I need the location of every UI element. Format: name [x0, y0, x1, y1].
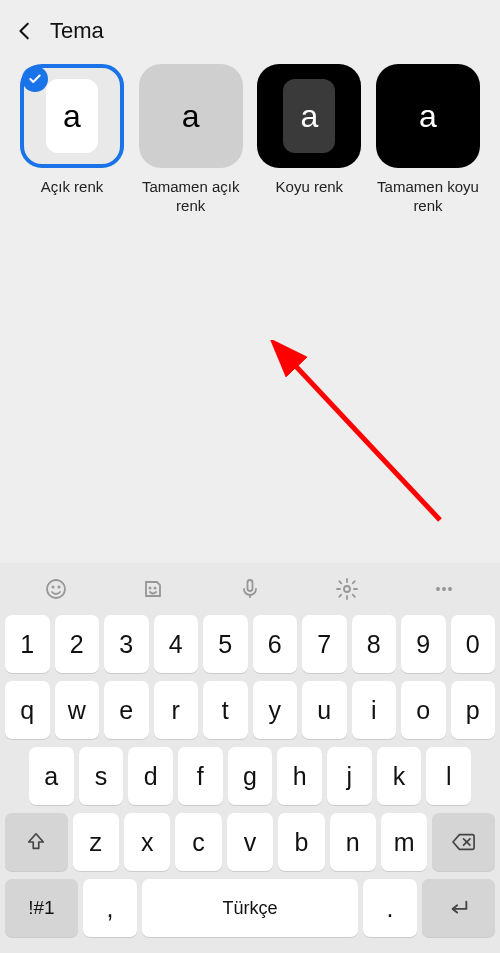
theme-option-light[interactable]: a Açık renk: [18, 64, 126, 216]
enter-key[interactable]: [422, 879, 495, 937]
svg-point-9: [436, 587, 440, 591]
more-icon[interactable]: [424, 569, 464, 609]
keyboard-row-2: a s d f g h j k l: [5, 747, 495, 805]
key-b[interactable]: b: [278, 813, 324, 871]
annotation-arrow-icon: [270, 340, 470, 540]
svg-rect-6: [247, 580, 252, 591]
key-9[interactable]: 9: [401, 615, 446, 673]
emoji-icon[interactable]: [36, 569, 76, 609]
key-n[interactable]: n: [330, 813, 376, 871]
dot-key[interactable]: .: [363, 879, 417, 937]
swatch-letter: a: [419, 98, 437, 135]
mic-icon[interactable]: [230, 569, 270, 609]
theme-label: Koyu renk: [276, 178, 344, 216]
theme-option-all-dark[interactable]: a Tamamen koyu renk: [374, 64, 482, 216]
key-1[interactable]: 1: [5, 615, 50, 673]
keyboard-row-1: q w e r t y u i o p: [5, 681, 495, 739]
svg-line-0: [290, 360, 440, 520]
symbols-key[interactable]: !#1: [5, 879, 78, 937]
space-key[interactable]: Türkçe: [142, 879, 358, 937]
keyboard-toolbar: [0, 563, 500, 615]
header: Tema: [0, 0, 500, 54]
theme-swatch-light: a: [20, 64, 124, 168]
key-x[interactable]: x: [124, 813, 170, 871]
backspace-key[interactable]: [432, 813, 495, 871]
sticker-icon[interactable]: [133, 569, 173, 609]
key-m[interactable]: m: [381, 813, 427, 871]
theme-swatch-all-light: a: [139, 64, 243, 168]
svg-point-3: [59, 586, 60, 587]
shift-icon: [25, 831, 47, 853]
swatch-letter: a: [182, 98, 200, 135]
key-u[interactable]: u: [302, 681, 347, 739]
key-6[interactable]: 6: [253, 615, 298, 673]
theme-label: Tamamen koyu renk: [374, 178, 482, 216]
key-o[interactable]: o: [401, 681, 446, 739]
keyboard-row-3: z x c v b n m: [5, 813, 495, 871]
page-title: Tema: [50, 18, 104, 44]
key-0[interactable]: 0: [451, 615, 496, 673]
theme-swatch-all-dark: a: [376, 64, 480, 168]
shift-key[interactable]: [5, 813, 68, 871]
gear-icon[interactable]: [327, 569, 367, 609]
theme-option-all-light[interactable]: a Tamamen açık renk: [137, 64, 245, 216]
theme-label: Açık renk: [41, 178, 104, 216]
key-3[interactable]: 3: [104, 615, 149, 673]
back-icon[interactable]: [14, 20, 36, 42]
keyboard-row-bottom: !#1 , Türkçe .: [5, 879, 495, 937]
key-i[interactable]: i: [352, 681, 397, 739]
key-a[interactable]: a: [29, 747, 74, 805]
svg-point-10: [442, 587, 446, 591]
svg-point-5: [155, 587, 156, 588]
key-h[interactable]: h: [277, 747, 322, 805]
key-2[interactable]: 2: [55, 615, 100, 673]
key-q[interactable]: q: [5, 681, 50, 739]
theme-swatch-dark: a: [257, 64, 361, 168]
key-g[interactable]: g: [228, 747, 273, 805]
key-v[interactable]: v: [227, 813, 273, 871]
svg-point-1: [47, 580, 65, 598]
key-l[interactable]: l: [426, 747, 471, 805]
backspace-icon: [451, 831, 477, 853]
theme-label: Tamamen açık renk: [137, 178, 245, 216]
svg-point-8: [344, 586, 350, 592]
key-4[interactable]: 4: [154, 615, 199, 673]
key-j[interactable]: j: [327, 747, 372, 805]
key-w[interactable]: w: [55, 681, 100, 739]
key-8[interactable]: 8: [352, 615, 397, 673]
keyboard-rows: 1 2 3 4 5 6 7 8 9 0 q w e r t y u i o p …: [0, 615, 500, 937]
key-s[interactable]: s: [79, 747, 124, 805]
theme-option-dark[interactable]: a Koyu renk: [255, 64, 363, 216]
key-e[interactable]: e: [104, 681, 149, 739]
keyboard: 1 2 3 4 5 6 7 8 9 0 q w e r t y u i o p …: [0, 563, 500, 953]
enter-icon: [446, 897, 472, 919]
key-d[interactable]: d: [128, 747, 173, 805]
swatch-letter: a: [300, 98, 318, 135]
key-r[interactable]: r: [154, 681, 199, 739]
key-7[interactable]: 7: [302, 615, 347, 673]
theme-options: a Açık renk a Tamamen açık renk a Koyu r…: [0, 54, 500, 216]
swatch-letter: a: [63, 98, 81, 135]
svg-point-11: [448, 587, 452, 591]
key-y[interactable]: y: [253, 681, 298, 739]
key-p[interactable]: p: [451, 681, 496, 739]
key-k[interactable]: k: [377, 747, 422, 805]
key-5[interactable]: 5: [203, 615, 248, 673]
comma-key[interactable]: ,: [83, 879, 137, 937]
svg-point-4: [150, 587, 151, 588]
checkmark-icon: [22, 66, 48, 92]
svg-point-2: [53, 586, 54, 587]
key-c[interactable]: c: [175, 813, 221, 871]
key-t[interactable]: t: [203, 681, 248, 739]
keyboard-row-numbers: 1 2 3 4 5 6 7 8 9 0: [5, 615, 495, 673]
key-f[interactable]: f: [178, 747, 223, 805]
key-z[interactable]: z: [73, 813, 119, 871]
